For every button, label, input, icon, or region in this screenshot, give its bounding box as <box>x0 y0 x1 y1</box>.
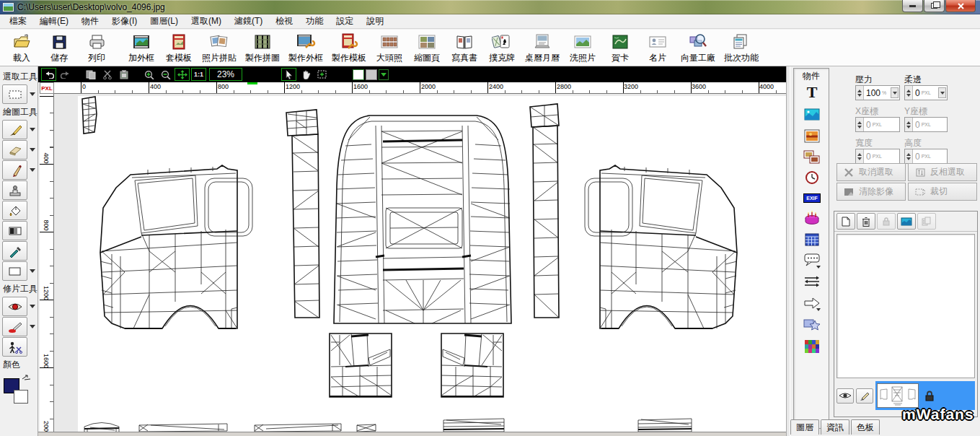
menu-help[interactable]: 說明 <box>360 14 390 29</box>
photo-collage-button[interactable]: 照片拼貼 <box>198 31 241 66</box>
restore-button[interactable] <box>924 0 945 12</box>
print-photo-button[interactable]: 洗照片 <box>564 31 601 66</box>
clock-object-button[interactable] <box>803 170 821 186</box>
thumbnail-page-button[interactable]: 縮圖頁 <box>408 31 446 66</box>
callout-object-button[interactable] <box>803 252 821 268</box>
cutout-tool-button[interactable] <box>2 337 27 357</box>
calendar-object-button[interactable] <box>803 232 821 248</box>
add-frame-button[interactable]: 加外框 <box>123 31 160 66</box>
width-spinner[interactable] <box>856 149 864 163</box>
image-object-button[interactable] <box>803 106 821 122</box>
marquee-tool-button[interactable] <box>2 84 27 104</box>
name-card-button[interactable]: 名片 <box>639 31 676 66</box>
clear-image-button[interactable]: 清除影像 <box>836 183 906 201</box>
pressure-input[interactable]: 100% <box>855 85 900 100</box>
menu-filter[interactable]: 濾鏡(T) <box>228 14 269 29</box>
layers-list[interactable] <box>836 234 975 378</box>
callout-dropdown[interactable] <box>816 266 821 269</box>
minimize-button[interactable] <box>902 0 923 12</box>
swap-colors-icon[interactable] <box>21 374 32 381</box>
make-frame-button[interactable]: 製作外框 <box>284 31 327 66</box>
shape-object-button[interactable] <box>803 317 821 333</box>
pencil-tool-dropdown[interactable] <box>30 168 35 172</box>
arrow-object-button[interactable] <box>803 295 821 311</box>
delete-layer-button[interactable] <box>857 213 875 230</box>
batch-function-button[interactable]: 批次功能 <box>720 31 763 66</box>
pattern-object-button[interactable] <box>803 339 821 354</box>
tab-info[interactable]: 資訊 <box>821 419 849 435</box>
stamp-tool-button[interactable] <box>2 180 27 200</box>
menu-image[interactable]: 影像(I) <box>105 14 144 29</box>
pointer-tool-button[interactable] <box>281 68 296 81</box>
menu-view[interactable]: 檢視 <box>269 14 299 29</box>
layer-visibility-button[interactable] <box>836 388 854 404</box>
zoom-in-button[interactable] <box>141 68 156 81</box>
tab-layers[interactable]: 圖層 <box>790 419 819 435</box>
cut-button[interactable] <box>100 68 115 81</box>
vector-factory-button[interactable]: 向量工廠 <box>676 31 720 66</box>
zoom-out-button[interactable] <box>158 68 173 81</box>
duplicate-layer-button[interactable] <box>917 213 936 230</box>
background-color-swatch[interactable] <box>14 390 28 404</box>
eyedropper-tool-button[interactable] <box>2 241 27 261</box>
template-white-swatch[interactable] <box>353 69 364 80</box>
marquee-tool-dropdown[interactable] <box>30 92 35 96</box>
text-object-button[interactable]: T <box>803 84 821 100</box>
repair-brush-tool-dropdown[interactable] <box>30 325 35 328</box>
tab-palette[interactable]: 色板 <box>851 419 880 435</box>
actual-size-button[interactable]: 1:1 <box>191 68 206 81</box>
brush-tool-button[interactable] <box>2 120 27 139</box>
menu-function[interactable]: 功能 <box>299 14 330 29</box>
x-spinner[interactable] <box>856 118 864 131</box>
shape-tool-button[interactable] <box>2 261 27 281</box>
height-input[interactable]: 0PXL <box>904 149 948 164</box>
pan-tool-button[interactable] <box>298 68 313 81</box>
make-template-button[interactable]: 製作模板 <box>327 31 371 66</box>
shape-tool-dropdown[interactable] <box>30 269 35 273</box>
fill-bucket-tool-button[interactable] <box>2 201 27 220</box>
template-gray-swatch[interactable] <box>366 69 377 80</box>
line-object-button[interactable] <box>803 274 821 289</box>
eraser-tool-dropdown[interactable] <box>30 148 35 152</box>
zoom-level-display[interactable]: 23% <box>209 68 242 81</box>
arrow-dropdown[interactable] <box>816 308 821 311</box>
menu-layer[interactable]: 圖層(L) <box>144 14 185 29</box>
menu-file[interactable]: 檔案 <box>3 14 33 29</box>
new-layer-button[interactable] <box>836 213 855 230</box>
menu-settings[interactable]: 設定 <box>330 14 360 29</box>
deselect-button[interactable]: 取消選取 <box>836 163 906 181</box>
pressure-dropdown[interactable] <box>891 87 899 98</box>
print-button[interactable]: 列印 <box>78 31 115 66</box>
photos-object-button[interactable] <box>803 149 821 165</box>
load-button[interactable]: 載入 <box>3 31 40 66</box>
template-color-dropdown[interactable] <box>379 69 389 80</box>
layer-edit-button[interactable] <box>856 388 873 404</box>
paste-button[interactable] <box>116 68 131 81</box>
select-add-tool-button[interactable] <box>314 68 330 81</box>
x-coordinate-input[interactable]: 0PXL <box>855 117 900 132</box>
photo-book-button[interactable]: 寫真書 <box>446 31 483 66</box>
lock-layer-button[interactable] <box>877 213 896 230</box>
eraser-tool-button[interactable] <box>2 140 27 160</box>
soft-edge-input[interactable]: 0PXL <box>904 85 948 100</box>
brush-tool-dropdown[interactable] <box>30 128 35 131</box>
desk-calendar-button[interactable]: 桌曆月曆 <box>521 31 564 66</box>
menu-select[interactable]: 選取(M) <box>185 14 228 29</box>
exif-object-button[interactable]: EXIF <box>803 190 821 206</box>
photo-object-button[interactable] <box>803 128 821 144</box>
id-photo-button[interactable]: 大頭照 <box>371 31 408 66</box>
menu-object[interactable]: 物件 <box>75 14 105 29</box>
red-eye-tool-dropdown[interactable] <box>30 305 35 308</box>
pressure-spinner[interactable] <box>856 86 864 100</box>
canvas-viewport[interactable] <box>54 94 786 432</box>
copy-button[interactable] <box>83 68 98 81</box>
save-button[interactable]: 儲存 <box>40 31 78 66</box>
close-button[interactable] <box>945 0 976 12</box>
crop-button[interactable]: 裁切 <box>908 183 977 201</box>
y-spinner[interactable] <box>905 118 913 131</box>
pencil-tool-button[interactable] <box>2 160 27 180</box>
cake-object-button[interactable] <box>803 210 821 226</box>
apply-template-button[interactable]: 套模板 <box>160 31 198 66</box>
height-spinner[interactable] <box>905 149 913 163</box>
playing-cards-button[interactable]: 撲克牌 <box>483 31 521 66</box>
